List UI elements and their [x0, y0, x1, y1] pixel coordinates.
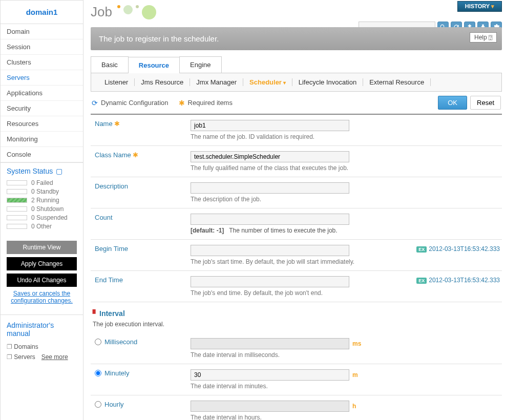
monitor-icon: ▢ [56, 167, 62, 175]
domain-link[interactable]: domain1 [26, 8, 58, 16]
interval-label-hourly[interactable]: Hourly [91, 401, 191, 408]
subtab-jms-resource[interactable]: Jms Resource [135, 78, 190, 86]
page-title: Job [91, 4, 112, 20]
interval-radio-hourly[interactable] [95, 401, 101, 408]
interval-row-millisecond: MillisecondmsThe date interval in millis… [91, 333, 502, 364]
interval-radio-minutely[interactable] [95, 370, 101, 376]
system-status-title: System Status ▢ [7, 167, 77, 175]
endtime-input[interactable] [191, 276, 349, 287]
tab-engine[interactable]: Engine [179, 56, 221, 73]
count-default: [default: -1] The number of times to exe… [191, 227, 502, 234]
subtab-external-resource[interactable]: External Resource [363, 78, 431, 86]
sync-icon: ⟳ [92, 99, 98, 107]
reset-button-top[interactable]: Reset [470, 96, 501, 110]
subtab-lifecycle-invocation[interactable]: Lifecycle Invocation [292, 78, 363, 86]
tab-resource[interactable]: Resource [128, 57, 180, 73]
status-row-failed: 0 Failed [7, 179, 77, 186]
description-input[interactable] [191, 182, 349, 194]
system-status: System Status ▢ 0 Failed0 Standby2 Runni… [1, 162, 83, 236]
begintime-example: EX2012-03-13T16:53:42.333 [416, 245, 502, 265]
name-input[interactable] [191, 120, 349, 131]
name-label: Name ✱ [91, 120, 191, 140]
nav-item-applications[interactable]: Applications [1, 86, 83, 101]
nav-item-resources[interactable]: Resources [1, 116, 83, 132]
count-label: Count [91, 214, 191, 234]
status-row-running: 2 Running [7, 197, 77, 204]
history-button[interactable]: HISTORY [457, 1, 502, 12]
name-desc: The name of the job. ID validation is re… [191, 133, 502, 140]
page-banner: The job to register in the scheduler. He… [91, 27, 502, 50]
status-row-other: 0 Other [7, 223, 77, 230]
manual-item-servers[interactable]: ServersSee more [7, 352, 77, 362]
domain-header: domain1 [1, 1, 83, 24]
config-hints: ⟳ Dynamic Configuration ✱ Required items… [91, 92, 502, 115]
help-button[interactable]: Help ⍰ [470, 32, 497, 43]
subtabs: ListenerJms ResourceJmx ManagerScheduler… [91, 73, 502, 92]
interval-input-millisecond[interactable] [191, 338, 349, 349]
endtime-desc: The job's end time. By default, the job … [191, 289, 416, 297]
manual-item-domains[interactable]: Domains [7, 342, 77, 352]
description-label: Description [91, 182, 191, 203]
interval-unit: h [352, 403, 356, 410]
count-input[interactable] [191, 214, 349, 225]
admin-manual-title: Administrator's manual [7, 321, 77, 338]
status-row-shutdown: 0 Shutdown [7, 205, 77, 213]
apply-changes-button[interactable]: Apply Changes [7, 257, 77, 270]
nav-item-console[interactable]: Console [1, 147, 83, 162]
interval-desc: The date interval in minutes. [191, 383, 502, 390]
dot-icon [123, 5, 133, 14]
tab-basic[interactable]: Basic [91, 56, 129, 73]
subtab-jmx-manager[interactable]: Jmx Manager [190, 78, 243, 86]
nav-item-security[interactable]: Security [1, 101, 83, 116]
begintime-label: Begin Time [91, 245, 191, 265]
main-content: HISTORY Job The job to register in the s… [83, 0, 505, 420]
begintime-input[interactable] [191, 245, 349, 256]
interval-input-minutely[interactable] [191, 369, 349, 381]
undo-changes-button[interactable]: Undo All Changes [7, 274, 77, 287]
nav-item-domain[interactable]: Domain [1, 24, 83, 39]
runtime-view-button[interactable]: Runtime View [7, 241, 77, 254]
sidebar-buttons: Runtime View Apply Changes Undo All Chan… [1, 236, 83, 309]
admin-manual: Administrator's manual DomainsServersSee… [1, 314, 83, 368]
classname-label: Class Name ✱ [91, 151, 191, 172]
nav-item-monitoring[interactable]: Monitoring [1, 132, 83, 147]
interval-label-minutely[interactable]: Minutely [91, 369, 191, 377]
interval-row-hourly: HourlyhThe date interval in hours. [91, 395, 502, 420]
config-help-link[interactable]: Saves or cancels the configuration chang… [7, 290, 77, 304]
dot-icon [136, 5, 139, 8]
interval-radio-millisecond[interactable] [95, 339, 101, 345]
ok-button-top[interactable]: OK [438, 96, 467, 110]
dot-icon [142, 5, 156, 19]
status-row-standby: 0 Standby [7, 188, 77, 195]
begintime-desc: The job's start time. By default, the jo… [191, 258, 416, 265]
nav-item-servers[interactable]: Servers [1, 70, 83, 86]
description-desc: The description of the job. [191, 196, 502, 203]
subtab-scheduler[interactable]: Scheduler [243, 78, 292, 86]
required-star-icon: ✱ [179, 99, 185, 107]
interval-title: Interval [93, 309, 500, 318]
classname-input[interactable] [191, 151, 349, 162]
tabs: BasicResourceEngine [91, 56, 502, 73]
interval-input-hourly[interactable] [191, 401, 349, 412]
interval-unit: ms [352, 340, 361, 347]
see-more-link[interactable]: See more [41, 353, 68, 361]
dynamic-config-label: Dynamic Configuration [101, 99, 169, 107]
interval-row-minutely: MinutelymThe date interval in minutes. [91, 364, 502, 395]
interval-desc: The job execution interval. [91, 320, 502, 333]
nav-item-session[interactable]: Session [1, 39, 83, 55]
endtime-example: EX2012-03-13T16:53:42.333 [416, 276, 502, 297]
subtab-listener[interactable]: Listener [98, 78, 135, 86]
banner-text: The job to register in the scheduler. [99, 34, 219, 43]
interval-unit: m [352, 371, 358, 379]
classname-desc: The fully qualified name of the class th… [191, 164, 502, 172]
status-row-suspended: 0 Suspended [7, 214, 77, 221]
required-items-label: Required items [188, 99, 233, 107]
dot-icon [117, 5, 120, 8]
interval-label-millisecond[interactable]: Millisecond [91, 338, 191, 346]
form-table: Name ✱ The name of the job. ID validatio… [91, 115, 502, 302]
interval-desc: The date interval in hours. [191, 414, 502, 420]
endtime-label: End Time [91, 276, 191, 297]
nav-item-clusters[interactable]: Clusters [1, 55, 83, 70]
sidebar: domain1 DomainSessionClustersServersAppl… [0, 0, 83, 420]
interval-desc: The date interval in milliseconds. [191, 351, 502, 359]
